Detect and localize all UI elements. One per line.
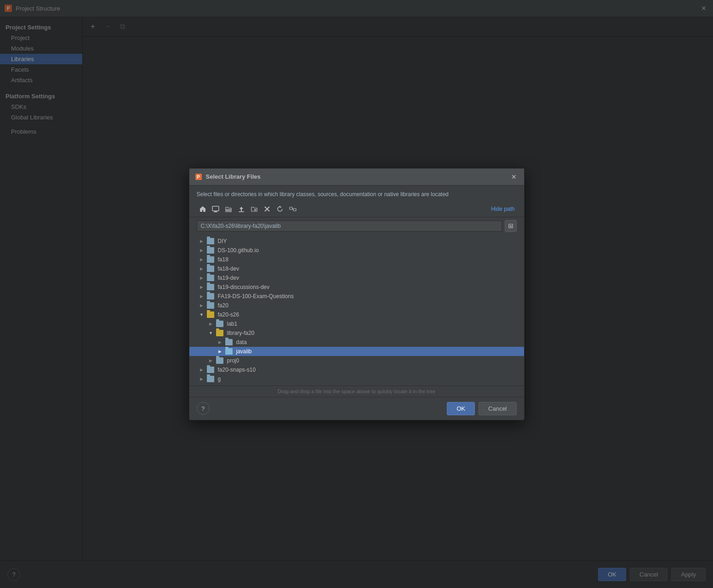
dialog-icon: P [195,173,202,181]
tree-item-DS100[interactable]: ▶ DS-100.github.io [189,246,524,255]
tree-item-FA19-exam[interactable]: ▶ FA19-DS-100-Exam-Questions [189,292,524,301]
hide-path-button[interactable]: Hide path [489,205,516,213]
folder-icon [207,302,214,309]
dialog-subtitle: Select files or directories in which lib… [189,186,524,201]
chevron-down-icon: ▼ [199,311,205,318]
chevron-right-icon: ▶ [217,339,223,345]
dialog-close-button[interactable]: ✕ [509,172,519,181]
tree-item-fa20-snaps[interactable]: ▶ fa20-snaps-s10 [189,365,524,374]
select-library-dialog: P Select Library Files ✕ Select files or… [189,168,525,420]
folder-icon [216,357,223,364]
tree-item-proj0[interactable]: ▶ proj0 [189,356,524,365]
folder-open-icon [207,311,214,318]
tree-item-fa19-discussions[interactable]: ▶ fa19-discussions-dev [189,283,524,292]
dialog-title-bar: P Select Library Files ✕ [189,169,524,186]
folder-icon [207,247,214,254]
dialog-bottom: ? OK Cancel [189,397,524,420]
dialog-toolbar: Hide path [189,201,524,217]
refresh-button[interactable] [274,203,286,215]
tree-item-DIY[interactable]: ▶ DIY [189,237,524,246]
folder-open-icon [216,330,223,336]
chevron-right-icon: ▶ [199,293,205,300]
chevron-right-icon: ▶ [199,302,205,309]
chevron-right-icon: ▶ [199,376,205,382]
tree-item-data[interactable]: ▶ data [189,338,524,347]
dialog-path-bar [189,217,524,235]
dialog-title: Select Library Files [206,173,506,180]
dialog-overlay: P Select Library Files ✕ Select files or… [0,0,713,588]
tree-item-lab1[interactable]: ▶ lab1 [189,319,524,328]
dialog-ok-button[interactable]: OK [447,402,475,415]
path-input[interactable] [197,220,502,232]
link-button[interactable] [287,203,299,215]
dialog-drop-hint: Drag and drop a file into the space abov… [189,385,524,397]
folder-selected-icon [225,348,233,355]
folder-icon [207,376,214,382]
svg-rect-5 [239,211,244,212]
chevron-right-icon: ▶ [199,275,205,281]
chevron-right-icon: ▶ [199,266,205,272]
dialog-help-button[interactable]: ? [197,402,210,415]
home-button[interactable] [197,203,209,215]
folder-icon [207,293,214,300]
svg-rect-10 [290,207,292,209]
navigate-button[interactable] [505,220,517,232]
up-folder-button[interactable] [235,203,247,215]
svg-text:P: P [197,175,200,180]
folder-icon [207,266,214,272]
svg-rect-11 [293,209,296,211]
desktop-button[interactable] [210,203,222,215]
folder-icon [207,367,214,373]
chevron-right-icon: ▶ [208,321,214,327]
folder-icon [207,256,214,263]
svg-rect-2 [212,206,219,211]
folder-icon [207,238,214,244]
new-folder-button[interactable] [248,203,260,215]
chevron-right-icon: ▶ [217,348,223,355]
dialog-tree: ▶ DIY ▶ DS-100.github.io ▶ fa18 ▶ fa18-d… [189,235,524,385]
svg-line-12 [292,208,293,209]
folder-icon [225,339,233,345]
chevron-right-icon: ▶ [199,284,205,290]
tree-item-fa18-dev[interactable]: ▶ fa18-dev [189,264,524,273]
chevron-right-icon: ▶ [208,357,214,364]
open-folder-button[interactable] [222,203,234,215]
chevron-right-icon: ▶ [199,256,205,263]
chevron-right-icon: ▶ [199,238,205,244]
folder-icon [207,275,214,281]
tree-item-javalib[interactable]: ▶ javalib [189,347,524,356]
tree-item-fa18[interactable]: ▶ fa18 [189,255,524,264]
tree-item-fa19-dev[interactable]: ▶ fa19-dev [189,273,524,283]
tree-item-fa20[interactable]: ▶ fa20 [189,301,524,310]
folder-icon [216,321,223,327]
tree-item-library-fa20[interactable]: ▼ library-fa20 [189,328,524,338]
remove-folder-button[interactable] [261,203,273,215]
chevron-down-icon: ▼ [208,330,214,336]
tree-item-fa20-s26[interactable]: ▼ fa20-s26 [189,310,524,319]
chevron-right-icon: ▶ [199,247,205,254]
chevron-right-icon: ▶ [199,367,205,373]
folder-icon [207,284,214,290]
dialog-cancel-button[interactable]: Cancel [479,402,516,415]
tree-item-g[interactable]: ▶ g [189,374,524,384]
